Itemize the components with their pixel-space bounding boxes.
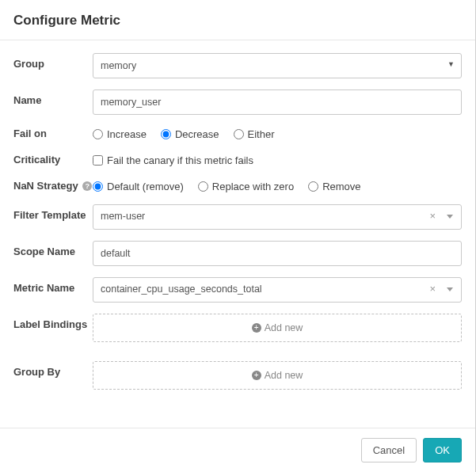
group-select[interactable]: memory <box>93 53 462 78</box>
chevron-down-icon[interactable] <box>447 215 453 219</box>
label-name: Name <box>13 89 93 108</box>
label-bindings: Label Bindings <box>13 314 93 332</box>
label-nan-strategy-text: NaN Strategy <box>13 180 78 192</box>
add-new-label: Add new <box>265 322 303 333</box>
label-nan-strategy: NaN Strategy ? <box>13 178 93 193</box>
nan-remove-label: Remove <box>322 181 360 192</box>
fail-on-either-label: Either <box>248 128 275 140</box>
chevron-down-icon[interactable] <box>447 287 453 291</box>
nan-default-radio[interactable] <box>93 181 103 192</box>
plus-icon: + <box>252 371 261 380</box>
cancel-button[interactable]: Cancel <box>361 438 417 462</box>
nan-default-label: Default (remove) <box>107 181 184 192</box>
label-filter-template: Filter Template <box>13 204 93 223</box>
dialog-header: Configure Metric <box>0 0 475 40</box>
fail-on-either-radio[interactable] <box>234 129 244 139</box>
group-by-add-button[interactable]: + Add new <box>93 361 462 390</box>
dialog-title: Configure Metric <box>13 13 462 29</box>
filter-template-combo[interactable]: mem-user × <box>93 204 462 230</box>
label-metric-name: Metric Name <box>13 277 93 295</box>
label-group: Group <box>13 53 93 71</box>
dialog-body: Group memory Name Fail on Increase <box>0 40 475 410</box>
nan-replace-label: Replace with zero <box>212 181 294 192</box>
add-new-label: Add new <box>265 370 303 381</box>
filter-template-value: mem-user <box>101 211 145 222</box>
nan-remove[interactable]: Remove <box>308 181 360 192</box>
group-select-wrap: memory <box>93 53 462 78</box>
label-scope-name: Scope Name <box>13 241 93 259</box>
metric-name-combo[interactable]: container_cpu_usage_seconds_total × <box>93 277 462 303</box>
filter-template-clear-icon[interactable]: × <box>429 211 436 221</box>
metric-name-clear-icon[interactable]: × <box>429 284 436 294</box>
label-group-by: Group By <box>13 361 93 379</box>
criticality-checkbox[interactable] <box>93 155 103 166</box>
name-input[interactable] <box>93 89 462 115</box>
plus-icon: + <box>252 323 261 333</box>
label-fail-on: Fail on <box>13 126 93 141</box>
nan-default[interactable]: Default (remove) <box>93 181 184 192</box>
criticality-label: Fail the canary if this metric fails <box>107 154 253 166</box>
ok-button[interactable]: OK <box>423 438 462 462</box>
dialog-footer: Cancel OK <box>0 428 475 472</box>
fail-on-decrease-label: Decrease <box>175 128 219 140</box>
help-icon[interactable]: ? <box>82 181 92 191</box>
fail-on-decrease[interactable]: Decrease <box>161 128 219 140</box>
fail-on-decrease-radio[interactable] <box>161 129 171 139</box>
nan-replace[interactable]: Replace with zero <box>198 181 294 192</box>
label-bindings-add-button[interactable]: + Add new <box>93 314 462 342</box>
nan-remove-radio[interactable] <box>308 181 318 192</box>
nan-replace-radio[interactable] <box>198 181 208 192</box>
scope-name-input[interactable] <box>93 241 462 266</box>
criticality-check[interactable]: Fail the canary if this metric fails <box>93 152 462 166</box>
fail-on-either[interactable]: Either <box>234 128 275 140</box>
fail-on-increase[interactable]: Increase <box>93 128 147 140</box>
fail-on-increase-label: Increase <box>107 128 147 140</box>
fail-on-increase-radio[interactable] <box>93 129 103 139</box>
metric-name-value: container_cpu_usage_seconds_total <box>101 284 262 295</box>
label-criticality: Criticality <box>13 152 93 167</box>
